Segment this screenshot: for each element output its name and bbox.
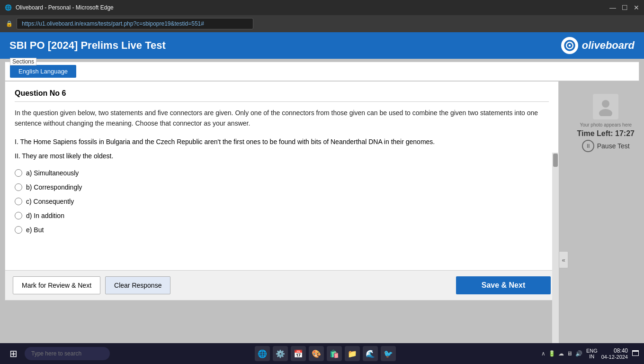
taskbar-icon-5[interactable]: 📁 <box>345 346 360 361</box>
clear-response-button[interactable]: Clear Response <box>105 276 170 294</box>
minimize-button[interactable]: — <box>609 4 616 11</box>
tray-icon-4: 🔊 <box>575 350 582 357</box>
statement-2: II. They are most likely the oldest. <box>15 151 549 161</box>
action-bar: Mark for Review & Next Clear Response Sa… <box>5 271 559 300</box>
taskbar-search[interactable] <box>25 347 110 360</box>
option-e-row[interactable]: e) But <box>15 226 549 234</box>
option-a-row[interactable]: a) Simultaneously <box>15 169 549 177</box>
options-area: a) Simultaneously b) Correspondingly c) … <box>15 169 549 234</box>
browser-favicon: 🌐 <box>5 4 12 11</box>
logo-area: oliveboard <box>561 37 635 54</box>
tray-icon-1: 🔋 <box>548 350 555 357</box>
taskbar-icon-2[interactable]: 📅 <box>291 346 306 361</box>
country-text: IN <box>586 354 598 359</box>
avatar-label: Your photo appears here <box>580 122 632 127</box>
taskbar-icon-3[interactable]: 🎨 <box>309 346 324 361</box>
sections-content: English Language <box>10 65 558 78</box>
close-button[interactable]: ✕ <box>634 4 639 11</box>
english-language-tab[interactable]: English Language <box>10 65 76 78</box>
left-buttons: Mark for Review & Next Clear Response <box>13 276 170 294</box>
browser-url-bar: 🔒 <box>0 15 644 32</box>
option-a-radio[interactable] <box>15 169 22 177</box>
option-b-label[interactable]: b) Correspondingly <box>26 183 82 191</box>
logo-icon <box>561 37 578 54</box>
option-d-label[interactable]: d) In addition <box>26 212 64 219</box>
option-c-radio[interactable] <box>15 198 22 205</box>
browser-title-left: 🌐 Oliveboard - Personal - Microsoft Edge <box>5 4 114 11</box>
taskbar-icons: 🌐 ⚙️ 📅 🎨 🛍️ 📁 🌊 🐦 <box>255 346 396 361</box>
option-d-row[interactable]: d) In addition <box>15 212 549 219</box>
option-e-label[interactable]: e) But <box>26 226 44 234</box>
option-a-label[interactable]: a) Simultaneously <box>26 169 79 177</box>
taskbar-icon-4[interactable]: 🛍️ <box>327 346 342 361</box>
app-title: SBI PO [2024] Prelims Live Test <box>9 39 166 52</box>
logo-text: oliveboard <box>582 39 635 52</box>
option-b-row[interactable]: b) Correspondingly <box>15 183 549 191</box>
taskbar-icon-0[interactable]: 🌐 <box>255 346 270 361</box>
option-c-row[interactable]: c) Consequently <box>15 198 549 205</box>
sections-label: Sections <box>10 58 36 65</box>
right-panel <box>558 65 634 67</box>
taskbar-right: ∧ 🔋 ☁ 🖥 🔊 ENG IN 08:40 04-12-2024 🗖 <box>541 347 639 360</box>
save-next-button[interactable]: Save & Next <box>456 276 551 294</box>
time-left: Time Left: 17:27 <box>577 129 635 138</box>
collapse-arrow[interactable]: « <box>559 251 568 268</box>
svg-point-2 <box>568 45 571 47</box>
option-e-radio[interactable] <box>15 226 22 234</box>
taskbar-icon-7[interactable]: 🐦 <box>381 346 396 361</box>
lang-text: ENG <box>586 348 598 354</box>
pause-label: Pause Test <box>597 142 630 150</box>
sys-tray: ∧ 🔋 ☁ 🖥 🔊 <box>541 350 582 357</box>
clock-area: 08:40 04-12-2024 <box>601 347 628 360</box>
app-header: SBI PO [2024] Prelims Live Test oliveboa… <box>0 32 644 59</box>
option-d-radio[interactable] <box>15 212 22 219</box>
start-button[interactable]: ⊞ <box>5 345 22 362</box>
notification-icon[interactable]: 🗖 <box>632 349 639 358</box>
question-area: Question No 6 In the question given belo… <box>5 81 559 271</box>
url-input[interactable] <box>17 18 253 29</box>
option-b-radio[interactable] <box>15 183 22 191</box>
lock-icon: 🔒 <box>6 20 13 27</box>
scrollbar-track[interactable] <box>552 153 559 364</box>
svg-point-3 <box>602 100 609 108</box>
tray-chevron[interactable]: ∧ <box>541 350 546 357</box>
taskbar-icon-1[interactable]: ⚙️ <box>273 346 288 361</box>
statement-1: I. The Home Sapiens fossils in Bulgaria … <box>15 136 549 147</box>
svg-point-4 <box>599 109 612 116</box>
browser-title-controls[interactable]: — ☐ ✕ <box>609 4 639 11</box>
mark-review-button[interactable]: Mark for Review & Next <box>13 276 100 294</box>
scrollbar-thumb[interactable] <box>553 154 558 167</box>
taskbar-left: ⊞ <box>5 345 110 362</box>
question-instruction: In the question given below, two stateme… <box>15 108 549 129</box>
option-c-label[interactable]: c) Consequently <box>26 198 74 205</box>
avatar <box>593 94 618 119</box>
browser-title-bar: 🌐 Oliveboard - Personal - Microsoft Edge… <box>0 0 644 15</box>
taskbar-icon-6[interactable]: 🌊 <box>363 346 378 361</box>
taskbar: ⊞ 🌐 ⚙️ 📅 🎨 🛍️ 📁 🌊 🐦 ∧ 🔋 ☁ 🖥 🔊 ENG IN 08:… <box>0 343 644 364</box>
question-header: Question No 6 <box>15 89 549 102</box>
maximize-button[interactable]: ☐ <box>622 4 628 11</box>
user-info-panel: Your photo appears here Time Left: 17:27… <box>577 94 635 152</box>
pause-icon: ⏸ <box>582 140 594 152</box>
browser-title-text: Oliveboard - Personal - Microsoft Edge <box>16 4 114 11</box>
pause-test-button[interactable]: ⏸ Pause Test <box>582 140 630 152</box>
clock-date: 04-12-2024 <box>601 354 628 360</box>
clock-time: 08:40 <box>601 347 628 354</box>
tray-icon-2: ☁ <box>558 350 564 357</box>
tray-icon-3: 🖥 <box>567 350 572 357</box>
language-region: ENG IN <box>586 348 598 359</box>
